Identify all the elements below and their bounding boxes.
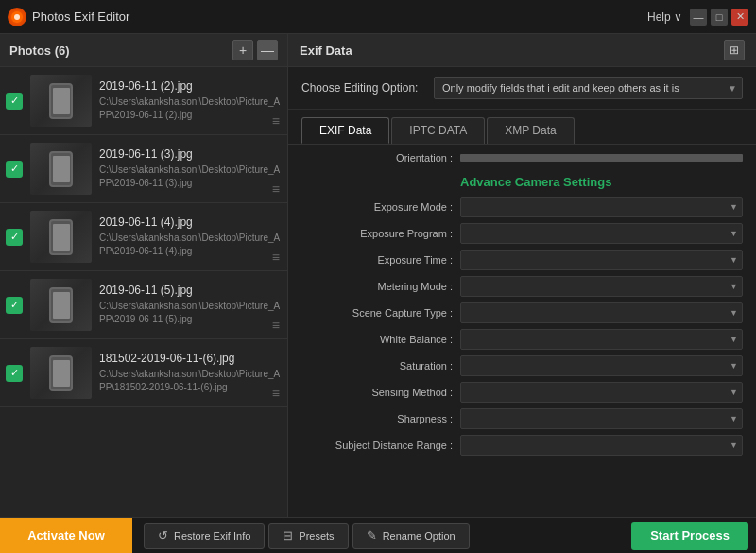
exposure-mode-label: Exposure Mode : [301,201,453,213]
left-panel: Photos (6) + — ✓ 2019-06-11 (2).jpg C:\U… [0,34,288,517]
app-icon [8,8,26,26]
tabs-row: EXIF Data IPTC DATA XMP Data [288,110,756,145]
scene-capture-label: Scene Capture Type : [301,307,453,319]
saturation-select[interactable] [460,355,743,376]
sharpness-label: Sharpness : [301,413,453,424]
orientation-field-row: Orientation : [301,152,743,164]
exposure-time-select[interactable] [460,250,743,270]
photo-info: 2019-06-11 (4).jpg C:\Users\akanksha.son… [99,216,282,258]
photo-checkbox[interactable]: ✓ [6,297,23,314]
saturation-label: Saturation : [301,360,453,372]
metering-mode-select[interactable] [460,276,743,297]
photo-path: C:\Users\akanksha.soni\Desktop\Picture_A… [99,232,282,258]
white-balance-select-wrapper: ▼ [460,329,743,350]
exif-settings-icon[interactable]: ⊞ [724,40,745,60]
photo-checkbox[interactable]: ✓ [6,365,23,382]
photo-checkbox[interactable]: ✓ [6,161,23,178]
presets-button[interactable]: ⊟ Presets [268,523,348,549]
photo-thumbnail [30,279,92,331]
fields-area: Orientation : Advance Camera Settings Ex… [288,145,756,517]
photo-info: 2019-06-11 (5).jpg C:\Users\akanksha.son… [99,284,282,326]
saturation-select-wrapper: ▼ [460,355,743,376]
photo-thumbnail [30,347,92,399]
sharpness-row: Sharpness : ▼ [301,408,743,429]
add-photo-button[interactable]: + [232,40,253,60]
metering-mode-label: Metering Mode : [301,281,453,292]
rename-option-button[interactable]: ✎ Rename Option [352,523,470,549]
presets-label: Presets [299,530,334,542]
photos-panel-title: Photos (6) [9,43,70,58]
subject-distance-select-wrapper: ▼ [460,435,743,456]
presets-icon: ⊟ [283,528,293,543]
photo-filename: 2019-06-11 (2).jpg [99,79,282,93]
panel-header-buttons: + — [232,40,278,60]
advance-camera-section-title: Advance Camera Settings [460,169,743,197]
sharpness-select[interactable] [460,408,743,429]
list-item[interactable]: ✓ 2019-06-11 (5).jpg C:\Users\akanksha.s… [0,271,287,339]
exposure-program-label: Exposure Program : [301,228,453,239]
photo-checkbox[interactable]: ✓ [6,229,23,246]
editing-option-select[interactable]: Only modify fields that i edit and keep … [434,77,743,99]
photo-checkbox[interactable]: ✓ [6,93,23,110]
tab-xmp-data[interactable]: XMP Data [487,117,574,144]
close-button[interactable]: ✕ [731,9,748,26]
title-bar: Photos Exif Editor Help ∨ — □ ✕ [0,0,756,34]
subject-distance-select[interactable] [460,435,743,456]
tab-exif-data[interactable]: EXIF Data [301,117,389,144]
help-button[interactable]: Help ∨ [647,10,682,24]
editing-option-row: Choose Editing Option: Only modify field… [288,67,756,110]
rename-icon: ✎ [367,528,377,543]
maximize-button[interactable]: □ [711,9,728,26]
exposure-program-row: Exposure Program : ▼ [301,223,743,244]
photo-info: 181502-2019-06-11-(6).jpg C:\Users\akank… [99,352,282,394]
photo-filename: 2019-06-11 (5).jpg [99,284,282,297]
photo-path: C:\Users\akanksha.soni\Desktop\Picture_A… [99,164,282,190]
sharpness-select-wrapper: ▼ [460,408,743,429]
white-balance-row: White Balance : ▼ [301,329,743,350]
editing-option-select-wrapper: Only modify fields that i edit and keep … [434,77,743,99]
activate-now-button[interactable]: Activate Now [0,518,132,554]
sensing-method-select[interactable] [460,382,743,403]
photo-filename: 2019-06-11 (4).jpg [99,216,282,229]
item-menu-icon[interactable]: ≡ [272,318,280,333]
list-item[interactable]: ✓ 2019-06-11 (2).jpg C:\Users\akanksha.s… [0,67,287,135]
scene-capture-select[interactable] [460,302,743,323]
metering-mode-select-wrapper: ▼ [460,276,743,297]
white-balance-select[interactable] [460,329,743,350]
photo-path: C:\Users\akanksha.soni\Desktop\Picture_A… [99,368,282,394]
restore-icon: ↺ [158,528,168,543]
window-controls: — □ ✕ [690,9,748,26]
title-bar-right: Help ∨ — □ ✕ [647,9,748,26]
photo-list: ✓ 2019-06-11 (2).jpg C:\Users\akanksha.s… [0,67,287,517]
orientation-label: Orientation : [301,152,453,164]
exif-panel-header: Exif Data ⊞ [288,34,756,67]
list-item[interactable]: ✓ 181502-2019-06-11-(6).jpg C:\Users\aka… [0,339,287,407]
photo-path: C:\Users\akanksha.soni\Desktop\Picture_A… [99,300,282,326]
list-item[interactable]: ✓ 2019-06-11 (4).jpg C:\Users\akanksha.s… [0,203,287,271]
subject-distance-label: Subject Distance Range : [301,440,453,451]
minimize-button[interactable]: — [690,9,707,26]
list-item[interactable]: ✓ 2019-06-11 (3).jpg C:\Users\akanksha.s… [0,135,287,203]
scene-capture-select-wrapper: ▼ [460,302,743,323]
title-bar-left: Photos Exif Editor [8,8,129,26]
sensing-method-select-wrapper: ▼ [460,382,743,403]
restore-exif-button[interactable]: ↺ Restore Exif Info [144,523,265,549]
exposure-program-select[interactable] [460,223,743,244]
sensing-method-label: Sensing Method : [301,387,453,398]
restore-exif-label: Restore Exif Info [174,530,250,542]
exposure-mode-select[interactable] [460,197,743,217]
item-menu-icon[interactable]: ≡ [272,386,280,401]
start-process-button[interactable]: Start Process [631,522,748,550]
photo-thumbnail [30,75,92,127]
item-menu-icon[interactable]: ≡ [272,250,280,265]
right-panel: Exif Data ⊞ Choose Editing Option: Only … [288,34,756,517]
exposure-time-label: Exposure Time : [301,254,453,266]
remove-photo-button[interactable]: — [257,40,278,60]
main-layout: Photos (6) + — ✓ 2019-06-11 (2).jpg C:\U… [0,34,756,517]
tab-iptc-data[interactable]: IPTC DATA [391,117,485,144]
item-menu-icon[interactable]: ≡ [272,181,280,197]
saturation-row: Saturation : ▼ [301,355,743,376]
scene-capture-row: Scene Capture Type : ▼ [301,302,743,323]
exposure-mode-row: Exposure Mode : ▼ [301,197,743,217]
item-menu-icon[interactable]: ≡ [272,113,280,129]
